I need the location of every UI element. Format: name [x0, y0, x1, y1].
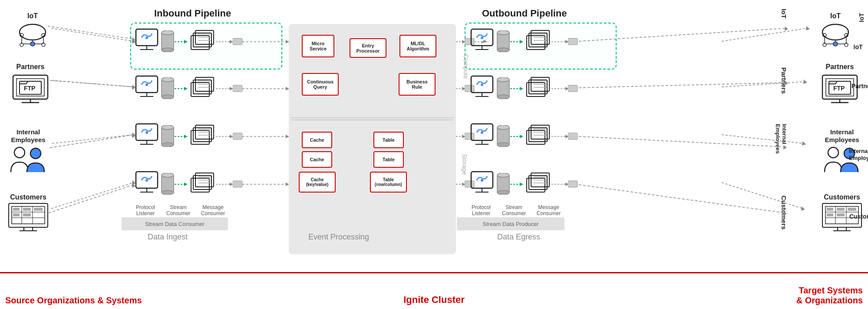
outbound-row2-arrow2 [510, 85, 523, 94]
compute-label: Compute [462, 54, 469, 79]
outbound-row1-msgconsumer [523, 28, 551, 58]
outbound-row1-from-event [456, 38, 465, 47]
outbound-stream-consumer-label: StreamConsumer [502, 204, 526, 216]
inbound-row3-listener [134, 122, 160, 152]
svg-rect-218 [497, 175, 509, 193]
inbound-stream-consumer-label: StreamConsumer [166, 204, 190, 216]
right-iot-icon [816, 20, 855, 50]
svg-rect-116 [193, 128, 211, 142]
outbound-row4-msgconsumer [523, 170, 551, 200]
outbound-row4-arrow-out [551, 181, 569, 189]
outbound-row2-pipe [496, 77, 510, 101]
svg-line-240 [722, 28, 807, 41]
compute-bottom-divider [291, 117, 454, 118]
svg-point-34 [833, 42, 838, 46]
inbound-pipeline-title: Inbound Pipeline [154, 8, 231, 19]
svg-rect-76 [193, 33, 211, 47]
right-partners-rotated: Partners [780, 67, 788, 94]
svg-point-219 [497, 173, 509, 177]
left-iot-label: IoT [13, 12, 52, 20]
outbound-row4-from-event [456, 181, 465, 189]
svg-rect-29 [23, 213, 31, 216]
outbound-pipeline-title: Outbound Pipeline [482, 8, 567, 19]
right-iot-rotated: IoT [780, 9, 788, 19]
right-employees-label: InternalEmployees [818, 128, 866, 144]
svg-point-109 [145, 131, 148, 134]
outbound-row2-listener [469, 74, 495, 104]
right-customers-side-label: Customers [849, 213, 865, 220]
data-egress-label: Data Egress [497, 233, 540, 242]
outbound-row3-listener [469, 122, 495, 152]
svg-rect-90 [162, 80, 174, 97]
inbound-row2-to-event [242, 85, 289, 94]
stream-data-producer-text: Stream Data Producer [482, 221, 538, 227]
data-ingest-label: Data Ingest [148, 233, 188, 242]
left-customers-label: Customers [7, 193, 50, 201]
storage-label: Storage [461, 153, 468, 175]
svg-point-199 [497, 143, 509, 147]
svg-point-17 [14, 147, 25, 158]
svg-point-156 [497, 30, 509, 35]
inbound-row1-pipe [161, 30, 175, 54]
svg-point-220 [497, 190, 509, 195]
inbound-row3-arrow1 [175, 133, 188, 142]
svg-point-92 [162, 95, 174, 99]
svg-marker-125 [286, 135, 289, 138]
svg-line-236 [52, 135, 134, 143]
inbound-row1-listener [134, 27, 160, 57]
outbound-row2-from-event [456, 85, 465, 94]
svg-marker-105 [286, 87, 289, 90]
bottom-red-line [0, 272, 868, 273]
inbound-row1-arrow1 [175, 38, 188, 47]
left-iot-icon [13, 20, 52, 50]
svg-marker-257 [785, 27, 788, 31]
svg-marker-222 [520, 183, 523, 186]
svg-point-1 [30, 42, 35, 46]
svg-point-175 [481, 83, 483, 86]
inbound-row3-arrow-out [216, 133, 233, 142]
svg-point-71 [162, 30, 174, 35]
svg-line-242 [722, 82, 805, 87]
left-partners-label: Partners [9, 63, 52, 71]
compute-storage-divider [291, 120, 454, 120]
inbound-row2-arrow1 [175, 85, 188, 94]
source-org-label: Source Organizations & Systems [5, 293, 142, 306]
business-rule-box: BusinessRule [399, 73, 436, 96]
inbound-row2-msgconsumer [188, 75, 216, 105]
svg-rect-103 [233, 85, 242, 92]
svg-point-198 [497, 125, 509, 130]
svg-rect-160 [527, 36, 545, 50]
inbound-row4-arrow-out [216, 181, 233, 189]
outbound-row3-arrow2 [510, 133, 523, 142]
svg-line-238 [51, 183, 134, 209]
outbound-row3-arrow-out [551, 133, 569, 142]
svg-line-258 [579, 83, 786, 88]
outbound-row4-pipe [496, 173, 510, 196]
svg-rect-28 [13, 213, 20, 216]
outbound-row4-listener [469, 169, 495, 199]
cache-kv-box: Cache(key/value) [299, 172, 336, 193]
outbound-message-consumer-label: MessageConsumer [535, 204, 563, 216]
stream-data-producer-box: Stream Data Producer [457, 217, 564, 230]
svg-rect-210 [568, 133, 578, 140]
svg-rect-176 [497, 80, 509, 97]
table-rc-box: Table(row/column) [370, 172, 407, 193]
svg-line-232 [51, 28, 134, 41]
left-employees-icon [4, 144, 52, 179]
inbound-row4-msgconsumer [188, 170, 216, 200]
left-iot-item: IoT [13, 12, 52, 52]
outbound-row2-connector-out [568, 84, 579, 95]
left-employees-label: InternalEmployees [4, 128, 52, 144]
svg-text:FTP: FTP [24, 85, 35, 92]
stream-data-consumer-box: Stream Data Consumer [122, 217, 228, 230]
right-iot-side-label: IoT [851, 43, 865, 51]
svg-marker-74 [184, 40, 188, 43]
svg-line-254 [49, 185, 134, 213]
svg-rect-224 [529, 176, 547, 189]
svg-marker-247 [801, 206, 805, 211]
svg-rect-70 [162, 33, 174, 50]
inbound-row2-arrow-out [216, 85, 233, 94]
svg-rect-223 [527, 178, 545, 192]
right-iot-item: IoT [816, 12, 855, 52]
outbound-row1-connector-out [568, 37, 579, 48]
